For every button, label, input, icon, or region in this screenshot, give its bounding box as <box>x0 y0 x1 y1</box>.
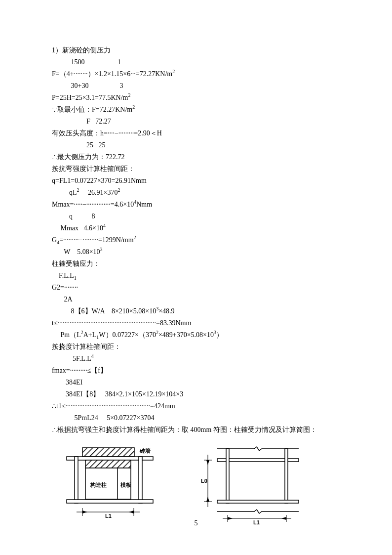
calc-line: 384EI <box>52 377 340 388</box>
calc-line: F=（4+········）×1.2×1.15×6···=72.27KN/m2 <box>52 68 340 80</box>
calc-line: F.L.L1 <box>52 270 340 282</box>
calc-line: ∴最大侧压力为：722.72 <box>52 151 340 163</box>
calc-line: 5F.L.L4 <box>52 353 340 365</box>
label-l1: L1 <box>105 513 112 519</box>
calc-line: t≤······································… <box>52 317 340 329</box>
page-number: 5 <box>0 519 392 527</box>
svg-rect-9 <box>67 500 153 503</box>
figures-row: L1 砖墙 构造柱 模板 L0 <box>52 445 340 529</box>
svg-rect-5 <box>139 457 142 503</box>
section-title: 1）新浇砼的侧压力 <box>52 44 340 56</box>
calc-line: 2A <box>52 294 340 305</box>
svg-marker-14 <box>129 511 134 513</box>
left-diagram: L1 砖墙 构造柱 模板 <box>62 445 165 524</box>
calc-line: ∴t1≤····································… <box>52 400 340 412</box>
calc-line: 25 25 <box>52 139 340 151</box>
calc-line: qL2 26.91×3702 <box>52 187 340 199</box>
svg-rect-17 <box>285 449 288 503</box>
calc-line: fmax=··········≤【f】 <box>52 365 340 377</box>
svg-rect-16 <box>226 449 229 503</box>
calc-line: 按挠度计算柱箍间距： <box>52 341 340 353</box>
svg-rect-6 <box>85 460 131 468</box>
calc-line: 30+30 3 <box>52 80 340 92</box>
calc-line: 8【6】W/A 8×210×5.08×103×48.9 <box>52 305 340 317</box>
calc-line: q=FL1=0.07227×370=26.91Nmm <box>52 175 340 187</box>
calc-line: ∴根据抗弯强主和挠度计算得柱箍间距为：取 400mm 符图：柱箍受力情况及计算简… <box>52 424 340 436</box>
svg-marker-13 <box>82 511 87 513</box>
calc-line: 5PmL24 5×0.07227×3704 <box>52 412 340 424</box>
calc-line: 384EI【8】 384×2.1×105×12.19×104×3 <box>52 388 340 400</box>
document-page: 1）新浇砼的侧压力 1500 1 F=（4+········）×1.2×1.15… <box>0 0 392 555</box>
calc-line: P=25H=25×3.1=77.5KN/m2 <box>52 92 340 104</box>
svg-marker-23 <box>206 497 209 502</box>
label-gouzao: 构造柱 <box>90 482 107 488</box>
calc-line: ∵取最小值：F=72.27KN/m2 <box>52 104 340 116</box>
calc-line: G2=········ <box>52 282 340 294</box>
calc-line: G4=·········−·········=1299N/mm2 <box>52 234 340 246</box>
calc-line: 有效压头高度：h=····−·········=2.90＜H <box>52 128 340 139</box>
calc-line: F 72.27 <box>52 116 340 128</box>
label-l0: L0 <box>201 478 207 484</box>
calc-line: q 8 <box>52 211 340 222</box>
calc-line: 1500 1 <box>52 56 340 68</box>
label-brick: 砖墙 <box>139 448 151 454</box>
svg-marker-22 <box>206 460 209 465</box>
calc-line: Mmax 4.6×104 <box>52 222 340 234</box>
svg-rect-18 <box>217 500 299 503</box>
right-diagram: L0 L1 <box>190 445 309 529</box>
calc-line: Pm（L2A+L1W）0.07227×（3702×489+370×5.08×10… <box>52 329 340 341</box>
calc-line: 柱箍受轴应力： <box>52 258 340 270</box>
calc-line: Mmax=·····−··············=4.6×104Nmm <box>52 199 340 211</box>
calc-line: W 5.08×103 <box>52 246 340 258</box>
calc-line: 按抗弯强度计算柱箍间距： <box>52 163 340 175</box>
svg-rect-4 <box>75 457 78 503</box>
svg-rect-2 <box>82 448 134 457</box>
label-muban: 模板 <box>120 482 132 488</box>
